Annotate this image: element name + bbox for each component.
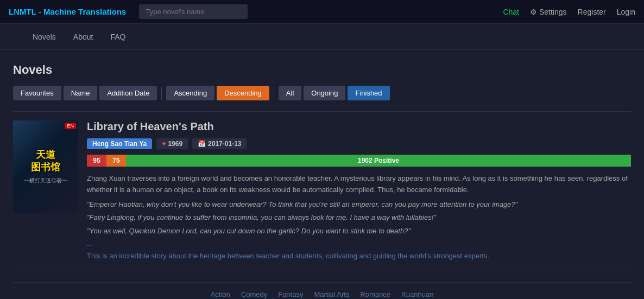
novel-quote-2: "Fairy Linglong, if you continue to suff… bbox=[87, 212, 631, 224]
novel-cover[interactable]: EN 天道 图书馆 一横打天道◎著一 bbox=[13, 120, 78, 213]
secondary-nav: Novels About FAQ bbox=[0, 24, 644, 50]
register-link[interactable]: Register bbox=[578, 8, 606, 16]
score-positive: 1902 Positive bbox=[126, 155, 631, 167]
filter-favourites[interactable]: Favourites bbox=[13, 86, 61, 100]
novel-info: Library of Heaven's Path Heng Sao Tian Y… bbox=[87, 120, 631, 262]
novel-hearts-value: 1969 bbox=[168, 140, 182, 148]
settings-label: Settings bbox=[539, 8, 567, 16]
novel-cover-inner: EN 天道 图书馆 一横打天道◎著一 bbox=[13, 120, 78, 213]
novel-quote-1: "Emperor Haotian, why don't you like to … bbox=[87, 199, 631, 211]
tag-xuanhuan[interactable]: Xuanhuan bbox=[401, 290, 433, 298]
heart-icon: ♥ bbox=[162, 140, 166, 148]
footer-tags: Action Comedy Fantasy Martial Arts Roman… bbox=[13, 282, 631, 299]
cover-text-zh: 天道 图书馆 bbox=[31, 149, 60, 174]
logo-prefix: LNMTL - bbox=[9, 7, 43, 16]
novel-summary: This is an incredible story about the he… bbox=[87, 251, 631, 262]
novel-description: Zhang Xuan traverses into a foreign worl… bbox=[87, 173, 631, 196]
calendar-icon: 📅 bbox=[198, 140, 206, 148]
filter-all[interactable]: All bbox=[279, 86, 301, 100]
settings-link[interactable]: ⚙ Settings bbox=[530, 8, 567, 16]
novel-meta: Heng Sao Tian Ya ♥ 1969 📅 2017-01-13 bbox=[87, 138, 631, 149]
filter-separator-1 bbox=[161, 87, 162, 100]
cover-badge: EN bbox=[65, 123, 76, 129]
nav-about[interactable]: About bbox=[73, 33, 93, 41]
filter-addition-date[interactable]: Addition Date bbox=[99, 86, 157, 100]
filter-name[interactable]: Name bbox=[64, 86, 98, 100]
score-neutral: 75 bbox=[106, 155, 126, 167]
filter-ascending[interactable]: Ascending bbox=[166, 86, 214, 100]
tag-martial-arts[interactable]: Martial Arts bbox=[314, 290, 349, 298]
nav-faq[interactable]: FAQ bbox=[110, 33, 125, 41]
novel-date-tag: 📅 2017-01-13 bbox=[192, 138, 247, 149]
novel-date-value: 2017-01-13 bbox=[208, 140, 241, 148]
cover-author-zh: 一横打天道◎著一 bbox=[24, 177, 67, 185]
topbar-right: Chat ⚙ Settings Register Login bbox=[503, 8, 635, 16]
score-negative: 95 bbox=[87, 155, 106, 167]
tag-action[interactable]: Action bbox=[211, 290, 230, 298]
filter-finished[interactable]: Finished bbox=[348, 86, 389, 100]
search-input[interactable] bbox=[139, 4, 248, 19]
chat-link[interactable]: Chat bbox=[503, 8, 519, 16]
novel-quote-3: "You as well, Qiankun Demon Lord, can yo… bbox=[87, 226, 631, 237]
novel-card: EN 天道 图书馆 一横打天道◎著一 Library of Heaven's P… bbox=[13, 111, 631, 271]
tag-romance[interactable]: Romance bbox=[360, 290, 390, 298]
logo: LNMTL - Machine Translations bbox=[9, 7, 126, 16]
nav-novels[interactable]: Novels bbox=[33, 33, 56, 41]
logo-highlight: Machine Translations bbox=[43, 7, 127, 16]
filter-ongoing[interactable]: Ongoing bbox=[304, 86, 345, 100]
main-content: Novels Favourites Name Addition Date Asc… bbox=[0, 50, 644, 299]
login-link[interactable]: Login bbox=[617, 8, 635, 16]
tag-fantasy[interactable]: Fantasy bbox=[278, 290, 303, 298]
progress-bar: 95 75 1902 Positive bbox=[87, 155, 631, 167]
novel-hearts-tag: ♥ 1969 bbox=[156, 138, 188, 149]
novel-ellipsis: ... bbox=[87, 239, 631, 247]
filter-separator-2 bbox=[274, 87, 274, 100]
filter-bar: Favourites Name Addition Date Ascending … bbox=[13, 86, 631, 100]
page-title: Novels bbox=[13, 63, 631, 77]
tag-comedy[interactable]: Comedy bbox=[241, 290, 267, 298]
gear-icon: ⚙ bbox=[530, 8, 537, 16]
novel-title[interactable]: Library of Heaven's Path bbox=[87, 120, 631, 133]
filter-descending[interactable]: Descending bbox=[217, 86, 269, 100]
topbar: LNMTL - Machine Translations Chat ⚙ Sett… bbox=[0, 0, 644, 24]
novel-author-tag[interactable]: Heng Sao Tian Ya bbox=[87, 138, 152, 149]
